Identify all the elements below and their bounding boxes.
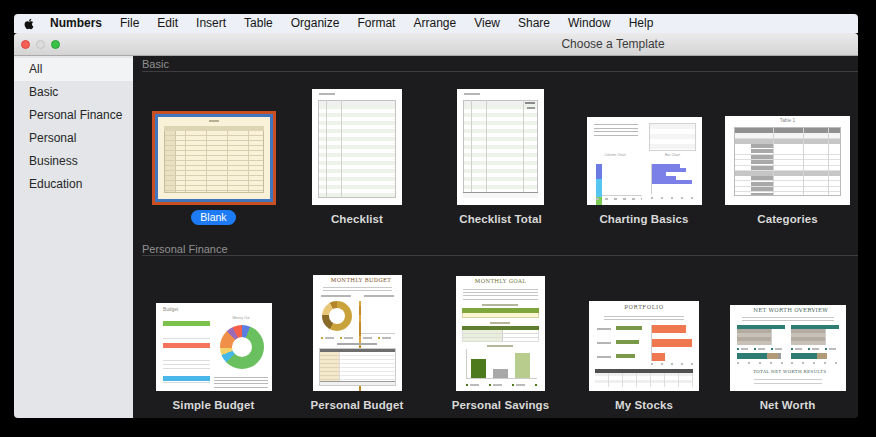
template-cell-simple-budget: Budget Money Out Simple Budget	[142, 273, 285, 411]
mini-page-title: MONTHLY BUDGET	[330, 278, 383, 283]
menu-item-numbers[interactable]: Numbers	[41, 14, 111, 33]
template-name: My Stocks	[615, 399, 673, 411]
mini-footer-title: TOTAL NET WORTH RESULTS	[753, 369, 823, 374]
template-cell-checklist: Checklist	[286, 87, 429, 225]
mini-stacked-bar	[737, 353, 785, 359]
menu-item-edit[interactable]: Edit	[148, 14, 187, 33]
mini-bar	[652, 339, 692, 347]
menu-item-arrange[interactable]: Arrange	[404, 14, 465, 33]
menu-item-view[interactable]: View	[465, 14, 509, 33]
mini-bar-chart	[651, 164, 698, 194]
sidebar-item-all[interactable]: All	[14, 58, 133, 81]
template-cell-personal-savings: MONTHLY GOAL Personal Savings	[429, 273, 572, 411]
template-cell-blank: Blank	[142, 87, 285, 225]
section-header-basic: Basic	[142, 58, 169, 70]
mini-column-chart	[596, 164, 642, 196]
template-cell-net-worth: NET WORTH OVERVIEW TOTAL NET WORTH RESUL…	[716, 273, 858, 411]
sidebar-item-business[interactable]: Business	[14, 150, 133, 173]
template-name: Personal Savings	[452, 399, 549, 411]
template-thumbnail-blank[interactable]	[152, 111, 276, 205]
template-thumbnail-net-worth[interactable]: NET WORTH OVERVIEW TOTAL NET WORTH RESUL…	[730, 305, 846, 391]
template-name: Checklist	[331, 213, 383, 225]
template-thumbnail-personal-budget[interactable]: MONTHLY BUDGET	[313, 275, 402, 391]
menu-bar: Numbers File Edit Insert Table Organize …	[14, 14, 858, 33]
minimize-button	[36, 40, 45, 49]
template-thumbnail-personal-savings[interactable]: MONTHLY GOAL	[456, 276, 545, 391]
window-title: Choose a Template	[561, 37, 664, 51]
menu-item-share[interactable]: Share	[509, 14, 559, 33]
section-header-personal-finance: Personal Finance	[142, 243, 228, 255]
template-cell-checklist-total: Checklist Total	[429, 87, 572, 225]
apple-menu[interactable]	[24, 17, 35, 30]
menu-item-window[interactable]: Window	[559, 14, 620, 33]
mini-table-title: Table 1	[750, 118, 825, 123]
mini-legend	[321, 337, 394, 339]
mini-bar-chart	[466, 349, 537, 379]
mini-column-chart-title: Column Chart	[603, 153, 627, 157]
template-name: Categories	[757, 213, 817, 225]
template-grid: Basic Blank Checklist	[133, 56, 858, 418]
mini-bar	[652, 353, 665, 361]
mini-bar	[652, 325, 686, 333]
menu-item-insert[interactable]: Insert	[187, 14, 235, 33]
mini-legend	[214, 377, 268, 389]
template-cell-charting-basics: Column Chart Bar Chart Charting Basics	[573, 87, 716, 225]
template-name: Personal Budget	[311, 399, 404, 411]
template-cell-my-stocks: PORTFOLIO My Stocks	[573, 273, 716, 411]
template-name: Net Worth	[760, 399, 816, 411]
template-name: Charting Basics	[599, 213, 688, 225]
template-thumbnail-checklist[interactable]	[312, 89, 402, 205]
traffic-lights	[21, 40, 60, 49]
menu-item-file[interactable]: File	[111, 14, 148, 33]
mini-page-title: NET WORTH OVERVIEW	[753, 308, 823, 313]
mini-budget-title: Budget	[163, 307, 178, 312]
template-thumbnail-my-stocks[interactable]: PORTFOLIO	[589, 301, 699, 391]
section-divider	[142, 71, 858, 72]
choose-template-window: Choose a Template All Basic Personal Fin…	[14, 33, 858, 418]
sidebar-item-personal[interactable]: Personal	[14, 127, 133, 150]
template-name: Simple Budget	[173, 399, 255, 411]
template-thumbnail-simple-budget[interactable]: Budget Money Out	[156, 303, 272, 391]
mini-page-title: PORTFOLIO	[611, 305, 677, 310]
blank-preview	[158, 117, 270, 199]
mini-stacked-bar	[791, 353, 839, 359]
template-cell-categories: Table 1 Categories	[716, 87, 858, 225]
selected-template-badge: Blank	[191, 210, 235, 225]
sidebar-item-personal-finance[interactable]: Personal Finance	[14, 104, 133, 127]
apple-icon	[24, 18, 34, 30]
menu-item-organize[interactable]: Organize	[282, 14, 349, 33]
menu-item-table[interactable]: Table	[235, 14, 282, 33]
mini-bar-chart-title: Bar Chart	[659, 153, 685, 157]
mini-legend	[466, 384, 537, 387]
category-sidebar: All Basic Personal Finance Personal Busi…	[14, 56, 133, 418]
mini-page-title: MONTHLY GOAL	[474, 279, 527, 284]
section-divider	[142, 255, 858, 256]
sidebar-item-education[interactable]: Education	[14, 173, 133, 196]
template-thumbnail-charting-basics[interactable]: Column Chart Bar Chart	[587, 117, 702, 205]
template-thumbnail-checklist-total[interactable]	[457, 89, 544, 205]
mini-table	[595, 373, 693, 387]
window-title-bar[interactable]: Choose a Template	[14, 33, 858, 56]
mini-column-chart	[359, 301, 395, 334]
template-cell-personal-budget: MONTHLY BUDGET Personal Budget	[286, 273, 429, 411]
close-button[interactable]	[21, 40, 30, 49]
zoom-button[interactable]	[51, 40, 60, 49]
mini-donut-title: Money Out	[227, 316, 254, 320]
menu-item-help[interactable]: Help	[620, 14, 663, 33]
menu-item-format[interactable]: Format	[348, 14, 404, 33]
sidebar-item-basic[interactable]: Basic	[14, 81, 133, 104]
template-name: Checklist Total	[459, 213, 541, 225]
template-thumbnail-categories[interactable]: Table 1	[725, 116, 850, 205]
